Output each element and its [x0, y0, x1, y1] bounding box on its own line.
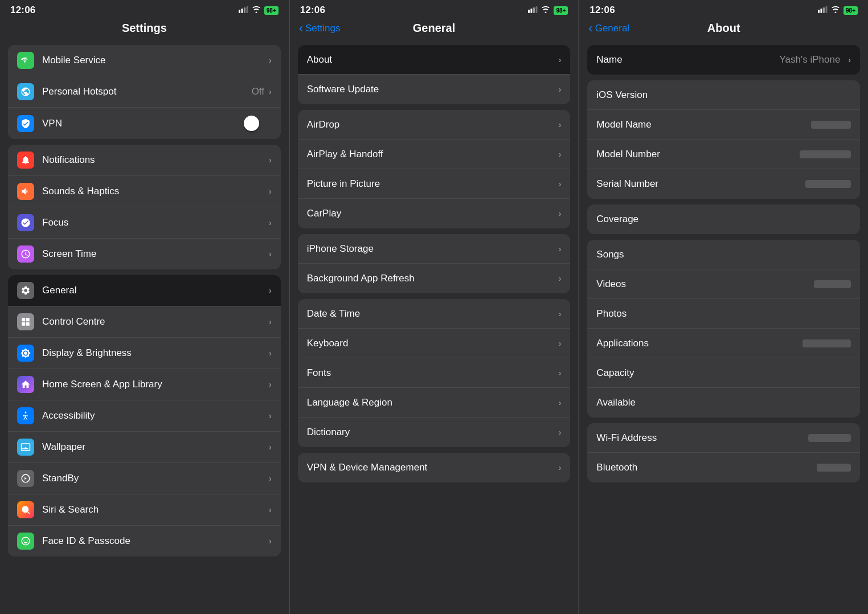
svg-rect-13	[826, 6, 828, 13]
status-time: 12:06	[10, 5, 35, 16]
about-item-model-name[interactable]: Model Name	[587, 110, 860, 140]
general-label-about: About	[307, 54, 559, 66]
nav-bar: ‹ Settings General	[290, 18, 579, 39]
general-label-vpn-device: VPN & Device Management	[307, 462, 559, 473]
general-item-background-app-refresh[interactable]: Background App Refresh ›	[298, 264, 571, 293]
item-icon-home-screen	[17, 376, 34, 393]
general-item-iphone-storage[interactable]: iPhone Storage ›	[298, 234, 571, 264]
nav-back-label[interactable]: Settings	[305, 23, 340, 34]
general-item-airplay-handoff[interactable]: AirPlay & Handoff ›	[298, 140, 571, 169]
general-item-date-time[interactable]: Date & Time ›	[298, 299, 571, 329]
chevron-icon-background-app-refresh: ›	[559, 274, 562, 283]
item-label-screen-time: Screen Time	[42, 248, 269, 260]
toggle-vpn[interactable]	[243, 114, 272, 132]
status-icons: 98+	[818, 6, 858, 15]
settings-item-mobile-service[interactable]: Mobile Service ›	[8, 45, 281, 76]
settings-item-home-screen[interactable]: Home Screen & App Library ›	[8, 369, 281, 400]
item-icon-vpn	[17, 115, 34, 132]
section: Date & Time › Keyboard › Fonts › Languag…	[298, 299, 571, 447]
item-icon-notifications	[17, 152, 34, 169]
general-label-software-update: Software Update	[307, 84, 559, 95]
chevron-icon-siri-search: ›	[269, 505, 272, 514]
settings-item-sounds-haptics[interactable]: Sounds & Haptics ›	[8, 176, 281, 207]
redacted-applications	[803, 339, 851, 347]
settings-item-notifications[interactable]: Notifications ›	[8, 145, 281, 176]
settings-item-personal-hotspot[interactable]: Personal Hotspot Off ›	[8, 76, 281, 108]
item-label-control-centre: Control Centre	[42, 316, 269, 328]
about-item-videos[interactable]: Videos	[587, 269, 860, 299]
status-bar: 12:06 98+	[579, 0, 868, 18]
about-item-songs[interactable]: Songs	[587, 240, 860, 269]
chevron-icon-airdrop: ›	[559, 120, 562, 129]
about-item-applications[interactable]: Applications	[587, 329, 860, 358]
settings-item-face-id[interactable]: Face ID & Passcode ›	[8, 526, 281, 556]
section: AirDrop › AirPlay & Handoff › Picture in…	[298, 110, 571, 228]
about-item-bluetooth[interactable]: Bluetooth	[587, 453, 860, 482]
section: Notifications › Sounds & Haptics ›	[8, 145, 281, 269]
svg-rect-12	[823, 7, 825, 13]
item-icon-sounds-haptics	[17, 183, 34, 200]
general-item-keyboard[interactable]: Keyboard ›	[298, 329, 571, 358]
about-item-coverage[interactable]: Coverage	[587, 204, 860, 234]
item-icon-siri-search	[17, 501, 34, 518]
about-item-ios-version[interactable]: iOS Version	[587, 80, 860, 110]
panel-about: 12:06 98+ ‹ General About Name	[579, 0, 868, 614]
about-item-model-number[interactable]: Model Number	[587, 140, 860, 169]
general-item-software-update[interactable]: Software Update ›	[298, 75, 571, 104]
panel-content-general: About › Software Update › AirDrop › AirP…	[290, 39, 579, 614]
settings-item-screen-time[interactable]: Screen Time ›	[8, 239, 281, 269]
chevron-icon-mobile-service: ›	[269, 56, 272, 65]
general-item-vpn-device[interactable]: VPN & Device Management ›	[298, 453, 571, 482]
settings-item-general[interactable]: General ›	[8, 275, 281, 306]
item-icon-screen-time	[17, 245, 34, 263]
general-item-carplay[interactable]: CarPlay ›	[298, 199, 571, 228]
general-item-dictionary[interactable]: Dictionary ›	[298, 417, 571, 447]
general-label-fonts: Fonts	[307, 367, 559, 379]
general-label-iphone-storage: iPhone Storage	[307, 243, 559, 255]
item-label-sounds-haptics: Sounds & Haptics	[42, 186, 269, 197]
item-icon-personal-hotspot	[17, 83, 34, 100]
about-item-wifi-address[interactable]: Wi-Fi Address	[587, 423, 860, 453]
settings-item-siri-search[interactable]: Siri & Search ›	[8, 494, 281, 526]
about-item-name[interactable]: Name Yash's iPhone ›	[587, 45, 860, 75]
about-item-capacity[interactable]: Capacity	[587, 358, 860, 388]
chevron-icon-standby: ›	[269, 474, 272, 483]
about-row-value-applications	[803, 339, 851, 347]
about-item-serial-number[interactable]: Serial Number	[587, 169, 860, 199]
general-item-language-region[interactable]: Language & Region ›	[298, 388, 571, 417]
chevron-icon-face-id: ›	[269, 537, 272, 546]
about-item-photos[interactable]: Photos	[587, 299, 860, 329]
about-row-value-model-number	[800, 150, 851, 158]
about-row-value-wifi-address	[808, 434, 851, 442]
redacted-model-number	[800, 150, 851, 158]
section: Wi-Fi Address Bluetooth	[587, 423, 860, 482]
item-label-standby: StandBy	[42, 473, 269, 484]
about-label-bluetooth: Bluetooth	[596, 462, 817, 473]
svg-rect-3	[246, 6, 248, 13]
svg-rect-9	[536, 6, 538, 13]
general-item-about[interactable]: About ›	[298, 45, 571, 75]
settings-item-wallpaper[interactable]: Wallpaper ›	[8, 432, 281, 463]
wifi-icon	[541, 6, 550, 15]
settings-item-display-brightness[interactable]: Display & Brightness ›	[8, 338, 281, 369]
about-label-songs: Songs	[596, 249, 851, 260]
item-icon-face-id	[17, 533, 34, 550]
nav-back-button[interactable]: ‹ Settings	[299, 21, 341, 36]
settings-item-accessibility[interactable]: Accessibility ›	[8, 400, 281, 432]
nav-back-button[interactable]: ‹ General	[588, 21, 629, 36]
about-item-available[interactable]: Available	[587, 388, 860, 417]
settings-item-vpn[interactable]: VPN	[8, 108, 281, 139]
settings-item-control-centre[interactable]: Control Centre ›	[8, 306, 281, 338]
settings-item-standby[interactable]: StandBy ›	[8, 463, 281, 494]
about-label-model-number: Model Number	[596, 149, 800, 160]
nav-back-label[interactable]: General	[595, 23, 629, 34]
general-item-fonts[interactable]: Fonts ›	[298, 358, 571, 388]
settings-item-focus[interactable]: Focus ›	[8, 207, 281, 239]
wifi-icon	[831, 6, 840, 15]
item-label-wallpaper: Wallpaper	[42, 441, 269, 453]
general-item-picture-in-picture[interactable]: Picture in Picture ›	[298, 169, 571, 199]
svg-rect-6	[528, 10, 530, 13]
svg-point-5	[22, 506, 28, 513]
general-item-airdrop[interactable]: AirDrop ›	[298, 110, 571, 140]
redacted-videos	[814, 280, 851, 288]
